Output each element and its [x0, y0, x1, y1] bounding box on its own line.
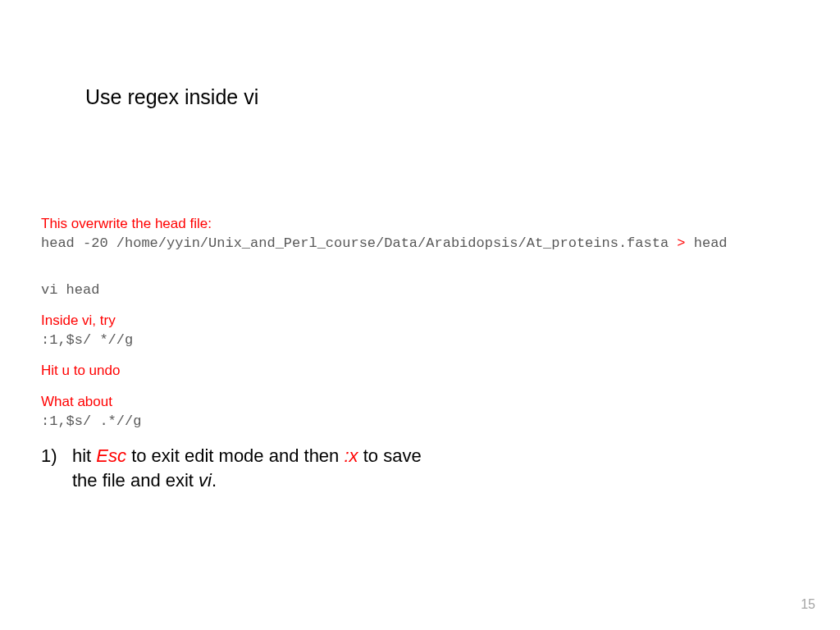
step-p2: to exit edit mode and then: [126, 445, 344, 466]
slide-title: Use regex inside vi: [85, 85, 258, 109]
cmd-vi: vi head: [41, 282, 799, 298]
page-number: 15: [801, 597, 815, 612]
note-what-about: What about: [41, 394, 799, 410]
cmd-head-a: head -20 /home/yyin/Unix_and_Perl_course…: [41, 235, 677, 251]
content-block: This overwrite the head file: head -20 /…: [41, 216, 799, 429]
note-undo: Hit u to undo: [41, 363, 799, 379]
cmd-regex-2: :1,$s/ .*//g: [41, 413, 799, 429]
key-esc: Esc: [96, 445, 126, 466]
cmd-head-b: head: [686, 235, 728, 251]
note-inside-vi: Inside vi, try: [41, 313, 799, 329]
step-p1: hit: [72, 445, 96, 466]
step-number: 1): [41, 444, 72, 468]
step-p4: .: [212, 470, 217, 491]
vi-name: vi: [199, 470, 212, 491]
step-list: 1)hit Esc to exit edit mode and then :x …: [41, 444, 425, 492]
key-x: :x: [344, 445, 358, 466]
note-overwrite: This overwrite the head file:: [41, 216, 799, 232]
redirect-symbol: >: [677, 235, 685, 251]
step-text: hit Esc to exit edit mode and then :x to…: [72, 444, 425, 492]
cmd-regex-1: :1,$s/ *//g: [41, 332, 799, 348]
cmd-head: head -20 /home/yyin/Unix_and_Perl_course…: [41, 235, 799, 251]
